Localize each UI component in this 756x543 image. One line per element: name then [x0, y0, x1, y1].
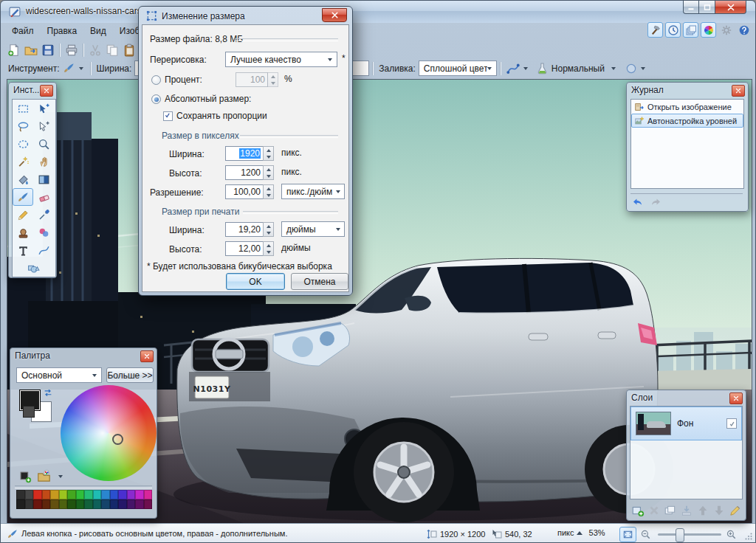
- menu-file[interactable]: Файл: [5, 24, 41, 40]
- palette-swatch[interactable]: [118, 490, 127, 499]
- palette-mode-select[interactable]: Основной: [16, 367, 102, 383]
- palette-swatch[interactable]: [67, 490, 76, 499]
- chevron-down-icon[interactable]: [523, 67, 528, 70]
- palette-swatch[interactable]: [33, 499, 42, 509]
- percent-input[interactable]: 100: [236, 72, 268, 87]
- pixel-width-input[interactable]: 1920: [225, 146, 264, 161]
- print-height-input[interactable]: 12,00: [225, 241, 264, 256]
- history-item-selected[interactable]: Автонастройка уровней: [631, 114, 743, 128]
- menu-edit[interactable]: Правка: [41, 24, 84, 40]
- palette-swatch[interactable]: [16, 499, 25, 509]
- tool-zoom[interactable]: [33, 135, 54, 153]
- duplicate-layer-icon[interactable]: [664, 504, 677, 517]
- close-button[interactable]: [715, 1, 746, 14]
- tool-move-selected-pixels[interactable]: [33, 100, 54, 117]
- resample-select[interactable]: Лучшее качество: [225, 52, 337, 67]
- palette-swatch[interactable]: [59, 490, 68, 499]
- palette-swatch[interactable]: [110, 499, 119, 509]
- settings-button[interactable]: [718, 22, 734, 38]
- tool-clone-stamp[interactable]: [13, 224, 33, 241]
- palette-swatch[interactable]: [59, 499, 68, 509]
- chevron-down-icon[interactable]: [58, 475, 63, 478]
- title-bar[interactable]: widescreen-walls-nissan-cars.jp: [1, 1, 755, 23]
- tool-magic-wand[interactable]: [13, 153, 33, 170]
- palette-swatch[interactable]: [76, 490, 85, 499]
- layers-panel-title[interactable]: Слои: [627, 390, 746, 407]
- secondary-color-swatch[interactable]: [23, 406, 35, 418]
- print-button[interactable]: [63, 42, 80, 58]
- pixel-width-spinner[interactable]: [263, 146, 274, 161]
- merge-down-icon[interactable]: [680, 504, 693, 517]
- palette-swatch[interactable]: [33, 490, 42, 499]
- move-layer-up-icon[interactable]: [696, 504, 709, 517]
- minimize-button[interactable]: [683, 1, 699, 14]
- spline-icon[interactable]: [506, 62, 520, 75]
- color-wheel-cursor[interactable]: [112, 434, 123, 445]
- unit-selector[interactable]: пикс: [557, 528, 574, 537]
- fill-style-select[interactable]: Сплошной цвет: [419, 60, 497, 76]
- maximize-button[interactable]: [699, 1, 715, 14]
- layer-properties-icon[interactable]: [729, 504, 742, 517]
- resize-grip[interactable]: [743, 531, 754, 542]
- paste-button[interactable]: [120, 42, 137, 58]
- tools-panel-close-button[interactable]: [40, 85, 53, 97]
- blend-mode-value[interactable]: Нормальный: [551, 63, 605, 74]
- palette-swatch[interactable]: [84, 490, 93, 499]
- palette-swatch[interactable]: [135, 499, 144, 509]
- percent-radio[interactable]: [151, 75, 161, 85]
- palette-more-button[interactable]: Больше >>: [106, 367, 154, 383]
- menu-view[interactable]: Вид: [83, 24, 113, 40]
- palette-swatch[interactable]: [93, 499, 102, 509]
- cancel-button[interactable]: Отмена: [291, 273, 348, 290]
- print-width-unit-select[interactable]: дюймы: [281, 221, 345, 237]
- layer-row-background[interactable]: Фон: [630, 407, 742, 440]
- tool-gradient[interactable]: [33, 170, 54, 188]
- history-item[interactable]: Открыть изображение: [631, 100, 743, 114]
- palette-swatch[interactable]: [25, 499, 34, 509]
- resolution-spinner[interactable]: [263, 184, 274, 199]
- tool-rectangle-select[interactable]: [13, 100, 33, 117]
- zoom-slider-thumb[interactable]: [676, 528, 684, 542]
- open-file-button[interactable]: [22, 42, 39, 58]
- tool-paintbrush[interactable]: [13, 188, 33, 206]
- chevron-down-icon[interactable]: [611, 67, 616, 70]
- ok-button[interactable]: OK: [226, 273, 285, 290]
- percent-spinner[interactable]: [267, 72, 278, 87]
- chevron-up-icon[interactable]: [577, 531, 583, 535]
- tool-pencil[interactable]: [13, 206, 33, 224]
- tool-text[interactable]: [13, 241, 33, 259]
- dialog-close-button[interactable]: [322, 8, 347, 22]
- chevron-down-icon[interactable]: [641, 67, 645, 70]
- palette-swatch[interactable]: [110, 490, 119, 499]
- tool-ellipse-select[interactable]: [13, 135, 33, 153]
- palette-swatch[interactable]: [127, 499, 136, 509]
- print-height-spinner[interactable]: [263, 241, 274, 256]
- print-width-input[interactable]: 19,20: [225, 222, 264, 237]
- palette-swatch[interactable]: [101, 499, 110, 509]
- colors-toggle-button[interactable]: [701, 22, 716, 38]
- tool-paint-bucket[interactable]: [13, 170, 33, 188]
- layer-visibility-checkbox[interactable]: [726, 418, 737, 429]
- palette-swatch[interactable]: [50, 499, 59, 509]
- tool-recolor[interactable]: [33, 224, 54, 241]
- add-layer-icon[interactable]: [631, 504, 645, 517]
- palette-swatch[interactable]: [84, 499, 93, 509]
- palette-swatch[interactable]: [144, 499, 153, 509]
- history-panel-title[interactable]: Журнал: [627, 83, 748, 100]
- palette-panel-title[interactable]: Палитра: [10, 348, 157, 365]
- tools-toggle-button[interactable]: [647, 22, 663, 38]
- chevron-down-icon[interactable]: [79, 67, 83, 70]
- palette-swatch[interactable]: [50, 490, 59, 499]
- new-file-button[interactable]: [5, 42, 22, 58]
- resolution-unit-select[interactable]: пикс./дюйм: [281, 184, 345, 199]
- redo-icon[interactable]: [650, 196, 663, 208]
- undo-icon[interactable]: [630, 196, 644, 208]
- palette-swatch[interactable]: [25, 490, 34, 499]
- palette-swatch[interactable]: [76, 499, 85, 509]
- palette-swatch[interactable]: [144, 490, 153, 499]
- keep-aspect-checkbox[interactable]: [163, 111, 173, 121]
- help-button[interactable]: [736, 22, 752, 38]
- palette-swatch[interactable]: [127, 490, 136, 499]
- palette-folder-icon[interactable]: [37, 469, 51, 483]
- tool-pan[interactable]: [33, 153, 54, 170]
